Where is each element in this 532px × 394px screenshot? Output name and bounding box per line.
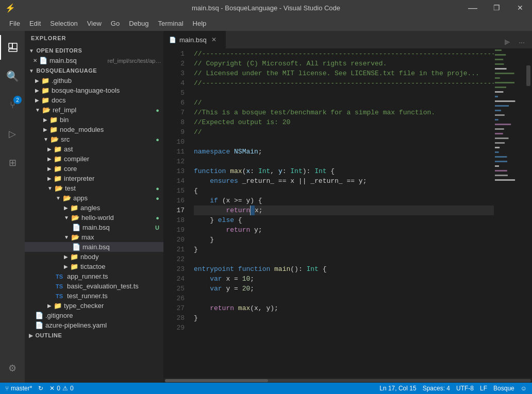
line-num-6: 6 [164, 98, 185, 108]
statusbar-position[interactable]: Ln 17, Col 15 [379, 385, 416, 392]
tree-item-gitignore[interactable]: 📄 .gitignore [25, 311, 163, 320]
folder-icon-docs: 📁 [41, 96, 49, 104]
tree-item-type-checker-label: type_checker [64, 302, 163, 310]
tree-item-bin[interactable]: ▶ 📁 bin [25, 115, 163, 125]
code-content[interactable]: //--------------------------------------… [190, 49, 494, 378]
statusbar-spaces[interactable]: Spaces: 4 [423, 385, 450, 392]
tree-item-nbody[interactable]: ▶ 📁 nbody [25, 252, 163, 262]
vertical-scrollbar[interactable] [525, 49, 532, 378]
outline-section[interactable]: ▶ OUTLINE [25, 330, 163, 340]
project-chevron: ▼ [29, 68, 34, 74]
file-icon-gitignore: 📄 [35, 312, 43, 319]
statusbar-branch[interactable]: ⑂ master* [5, 385, 32, 392]
menu-file[interactable]: File [5, 18, 24, 29]
tab-close-button[interactable]: ✕ [210, 36, 218, 44]
line-num-14: 14 [164, 176, 185, 186]
activitybar-explorer[interactable] [0, 35, 25, 60]
line-num-24: 24 [164, 274, 185, 284]
tree-item-type-checker[interactable]: ▶ 📁 type_checker [25, 301, 163, 311]
tree-item-node-modules[interactable]: ▶ 📁 node_modules [25, 125, 163, 134]
activitybar-settings[interactable]: ⚙ [0, 356, 25, 381]
titlebar: ⚡ main.bsq - BosqueLanguage - Visual Stu… [0, 0, 532, 15]
activitybar-extensions[interactable]: ⊞ [0, 150, 25, 175]
activitybar-source-control[interactable]: ⑂ 2 [0, 93, 25, 117]
chevron-nbody: ▶ [64, 254, 68, 260]
folder-icon-type-checker: 📁 [54, 302, 62, 310]
project-section[interactable]: ▼ BOSQUELANGUAGE [25, 65, 163, 76]
tab-main-bsq[interactable]: 📄 main.bsq ✕ [164, 31, 226, 48]
code-line-19: return y; [194, 225, 494, 235]
folder-icon-ast: 📁 [54, 145, 62, 153]
code-editor[interactable]: 1 2 3 4 5 6 7 8 9 10 11 12 13 14 15 16 1… [164, 49, 532, 378]
tree-item-max-label: max [81, 233, 163, 241]
tree-item-interpreter[interactable]: ▶ 📁 interpreter [25, 174, 163, 183]
error-count: 0 [57, 385, 60, 392]
tree-item-main-bsq-hw[interactable]: 📄 main.bsq U [25, 222, 163, 232]
code-line-4: //--------------------------------------… [194, 78, 494, 88]
line-num-10: 10 [164, 137, 185, 147]
hscrollbar-thumb[interactable] [165, 379, 268, 382]
tree-item-ast[interactable]: ▶ 📁 ast [25, 144, 163, 154]
tree-item-docs[interactable]: ▶ 📁 docs [25, 95, 163, 105]
code-line-20: } [194, 235, 494, 245]
line-num-25: 25 [164, 284, 185, 294]
titlebar-title: main.bsq - BosqueLanguage - Visual Studi… [192, 4, 340, 12]
tree-item-blt[interactable]: ▶ 📁 bosque-language-tools [25, 85, 163, 95]
close-button[interactable]: ✕ [508, 0, 532, 15]
statusbar-sync[interactable]: ↻ [38, 385, 43, 392]
tree-item-basic-eval[interactable]: TS basic_evaluation_test.ts [25, 281, 163, 291]
minimize-button[interactable]: — [461, 0, 485, 15]
hscrollbar-track[interactable] [165, 379, 531, 382]
statusbar-encoding[interactable]: UTF-8 [456, 385, 474, 392]
statusbar-line-ending[interactable]: LF [480, 385, 487, 392]
menu-selection[interactable]: Selection [46, 18, 81, 29]
chevron-ref-impl: ▼ [35, 107, 40, 113]
activitybar-search[interactable]: 🔍 [0, 64, 25, 89]
chevron-apps: ▼ [56, 195, 61, 201]
maximize-button[interactable]: ❐ [485, 0, 508, 15]
statusbar: ⑂ master* ↻ ✕ 0 ⚠ 0 Ln 17, Col 15 Spaces… [0, 383, 532, 394]
menu-debug[interactable]: Debug [125, 18, 153, 29]
menubar: File Edit Selection View Go Debug Termin… [0, 15, 532, 31]
tree-item-azure[interactable]: 📄 azure-pipelines.yaml [25, 320, 163, 330]
statusbar-errors[interactable]: ✕ 0 ⚠ 0 [49, 385, 73, 392]
spaces-text: Spaces: 4 [423, 385, 450, 392]
tree-item-test-runner[interactable]: TS test_runner.ts [25, 291, 163, 301]
tree-item-angles[interactable]: ▶ 📁 angles [25, 203, 163, 213]
file-icon-bsq-hw: 📄 [72, 224, 80, 231]
menu-go[interactable]: Go [107, 18, 124, 29]
open-editor-item-main-bsq[interactable]: ✕ 📄 main.bsq ref_impl/src/test/apps/... [25, 56, 163, 65]
menu-view[interactable]: View [83, 18, 106, 29]
tree-item-main-bsq-max[interactable]: 📄 main.bsq [25, 242, 163, 252]
open-editors-section[interactable]: ▼ OPEN EDITORS [25, 45, 163, 56]
tree-item-app-runner[interactable]: TS app_runner.ts [25, 271, 163, 281]
activitybar-debug[interactable]: ▷ [0, 122, 25, 146]
tree-item-hello-world[interactable]: ▼ 📂 hello-world ● [25, 213, 163, 222]
code-line-1: //--------------------------------------… [194, 49, 494, 59]
split-editor-button[interactable]: ⫸ [501, 36, 513, 48]
statusbar-feedback[interactable]: ☺ [521, 385, 527, 392]
tree-item-src[interactable]: ▼ 📂 src ● [25, 134, 163, 144]
statusbar-language[interactable]: Bosque [493, 385, 514, 392]
scroll-thumb[interactable] [526, 65, 530, 86]
project-label: BOSQUELANGUAGE [36, 67, 97, 74]
menu-edit[interactable]: Edit [25, 18, 45, 29]
tree-item-apps[interactable]: ▼ 📂 apps ● [25, 193, 163, 203]
folder-icon-test: 📂 [55, 184, 63, 192]
tree-item-compiler[interactable]: ▶ 📁 compiler [25, 154, 163, 164]
tree-item-max[interactable]: ▼ 📂 max [25, 232, 163, 242]
tree-item-tictactoe[interactable]: ▶ 📁 tictactoe [25, 262, 163, 271]
more-actions-button[interactable]: ··· [516, 36, 528, 48]
tree-item-ast-label: ast [64, 145, 163, 153]
tree-item-ref-impl[interactable]: ▼ 📂 ref_impl ● [25, 105, 163, 115]
tree-item-core[interactable]: ▶ 📁 core [25, 164, 163, 174]
menu-help[interactable]: Help [189, 18, 211, 29]
close-editor-icon[interactable]: ✕ [33, 58, 37, 63]
folder-icon-github: 📁 [41, 77, 49, 84]
tree-item-github[interactable]: ▶ 📁 .github [25, 76, 163, 85]
svg-rect-0 [9, 43, 12, 48]
menu-terminal[interactable]: Terminal [154, 18, 187, 29]
tree-item-test[interactable]: ▼ 📂 test ● [25, 183, 163, 193]
chevron-github: ▶ [35, 78, 39, 83]
horizontal-scrollbar[interactable] [164, 378, 532, 383]
